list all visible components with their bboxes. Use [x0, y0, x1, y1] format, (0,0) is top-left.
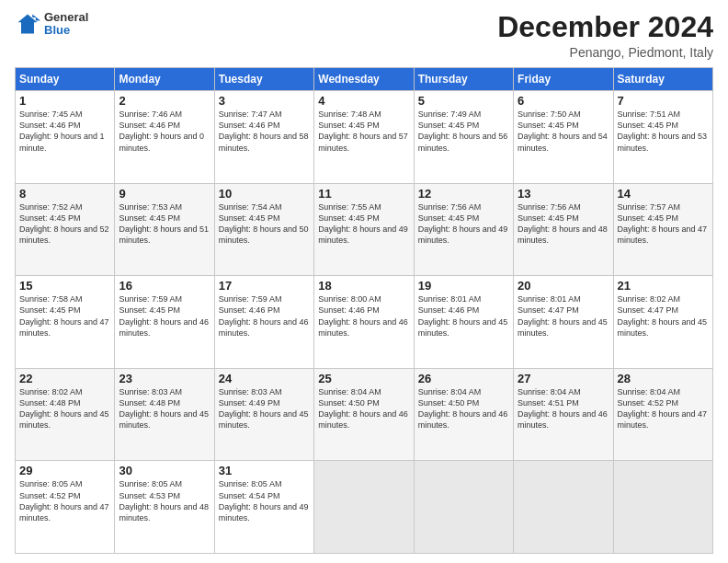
- cell-sunset: Sunset: 4:51 PM: [518, 398, 579, 408]
- day-number: 12: [418, 187, 509, 201]
- cell-sunrise: Sunrise: 8:02 AM: [618, 294, 681, 304]
- cell-sunrise: Sunrise: 7:59 AM: [219, 294, 282, 304]
- cell-sunset: Sunset: 4:53 PM: [119, 491, 180, 500]
- logo-blue-text: Blue: [44, 24, 88, 37]
- calendar-cell: [514, 461, 613, 554]
- cell-daylight: Daylight: 8 hours and 57 minutes.: [318, 132, 408, 152]
- day-number: 6: [518, 94, 609, 108]
- week-row-1: 1 Sunrise: 7:45 AM Sunset: 4:46 PM Dayli…: [16, 91, 713, 184]
- logo-general-text: General: [44, 11, 88, 24]
- cell-daylight: Daylight: 8 hours and 46 minutes.: [518, 409, 608, 430]
- cell-daylight: Daylight: 8 hours and 46 minutes.: [219, 317, 309, 338]
- calendar-cell: 13 Sunrise: 7:56 AM Sunset: 4:45 PM Dayl…: [514, 183, 613, 276]
- calendar-cell: 8 Sunrise: 7:52 AM Sunset: 4:45 PM Dayli…: [16, 183, 115, 276]
- calendar-cell: 28 Sunrise: 8:04 AM Sunset: 4:52 PM Dayl…: [613, 368, 712, 461]
- day-header-wednesday: Wednesday: [314, 68, 414, 91]
- day-number: 29: [19, 464, 110, 477]
- cell-sunrise: Sunrise: 8:03 AM: [119, 387, 182, 396]
- cell-sunset: Sunset: 4:48 PM: [19, 398, 81, 408]
- calendar-cell: 24 Sunrise: 8:03 AM Sunset: 4:49 PM Dayl…: [214, 368, 313, 461]
- day-header-thursday: Thursday: [414, 68, 513, 91]
- cell-sunrise: Sunrise: 7:54 AM: [219, 202, 282, 212]
- day-number: 13: [518, 187, 609, 201]
- day-number: 19: [418, 279, 509, 293]
- day-number: 28: [618, 372, 709, 385]
- cell-sunrise: Sunrise: 7:47 AM: [219, 109, 282, 119]
- cell-sunset: Sunset: 4:45 PM: [418, 121, 480, 130]
- cell-daylight: Daylight: 8 hours and 47 minutes.: [19, 317, 109, 338]
- cell-sunrise: Sunrise: 7:56 AM: [418, 202, 482, 212]
- cell-sunrise: Sunrise: 7:46 AM: [119, 109, 182, 119]
- cell-sunset: Sunset: 4:45 PM: [19, 213, 81, 223]
- cell-daylight: Daylight: 8 hours and 45 minutes.: [518, 317, 608, 338]
- cell-sunset: Sunset: 4:46 PM: [318, 305, 380, 315]
- calendar-cell: 5 Sunrise: 7:49 AM Sunset: 4:45 PM Dayli…: [414, 91, 513, 184]
- week-row-5: 29 Sunrise: 8:05 AM Sunset: 4:52 PM Dayl…: [16, 461, 713, 554]
- calendar-table: SundayMondayTuesdayWednesdayThursdayFrid…: [15, 67, 713, 554]
- cell-daylight: Daylight: 8 hours and 54 minutes.: [518, 132, 608, 152]
- cell-sunrise: Sunrise: 7:49 AM: [418, 109, 482, 119]
- month-title: December 2024: [497, 11, 713, 43]
- calendar-cell: 19 Sunrise: 8:01 AM Sunset: 4:46 PM Dayl…: [414, 276, 513, 369]
- days-of-week-row: SundayMondayTuesdayWednesdayThursdayFrid…: [16, 68, 713, 91]
- day-header-tuesday: Tuesday: [214, 68, 313, 91]
- cell-daylight: Daylight: 8 hours and 47 minutes.: [618, 224, 708, 245]
- cell-sunset: Sunset: 4:45 PM: [318, 213, 380, 223]
- cell-daylight: Daylight: 8 hours and 49 minutes.: [418, 224, 508, 245]
- calendar-cell: 25 Sunrise: 8:04 AM Sunset: 4:50 PM Dayl…: [314, 368, 414, 461]
- cell-sunset: Sunset: 4:54 PM: [219, 491, 280, 500]
- calendar-cell: 29 Sunrise: 8:05 AM Sunset: 4:52 PM Dayl…: [16, 461, 115, 554]
- cell-daylight: Daylight: 8 hours and 48 minutes.: [518, 224, 608, 245]
- location: Penango, Piedmont, Italy: [497, 45, 713, 60]
- cell-sunrise: Sunrise: 8:02 AM: [19, 387, 83, 396]
- cell-sunrise: Sunrise: 7:59 AM: [119, 294, 182, 304]
- day-number: 7: [618, 94, 709, 108]
- cell-sunrise: Sunrise: 7:58 AM: [19, 294, 83, 304]
- day-number: 15: [19, 279, 110, 293]
- cell-sunset: Sunset: 4:52 PM: [19, 491, 81, 500]
- cell-sunset: Sunset: 4:45 PM: [19, 305, 81, 315]
- calendar-cell: 10 Sunrise: 7:54 AM Sunset: 4:45 PM Dayl…: [214, 183, 313, 276]
- cell-sunset: Sunset: 4:45 PM: [618, 121, 679, 130]
- day-header-monday: Monday: [115, 68, 214, 91]
- cell-sunset: Sunset: 4:49 PM: [219, 398, 280, 408]
- day-number: 30: [119, 464, 210, 477]
- cell-sunrise: Sunrise: 7:50 AM: [518, 109, 581, 119]
- day-number: 26: [418, 372, 509, 385]
- day-number: 11: [318, 187, 409, 201]
- calendar-cell: 16 Sunrise: 7:59 AM Sunset: 4:45 PM Dayl…: [115, 276, 214, 369]
- cell-sunrise: Sunrise: 7:56 AM: [518, 202, 581, 212]
- calendar-cell: 11 Sunrise: 7:55 AM Sunset: 4:45 PM Dayl…: [314, 183, 414, 276]
- cell-sunset: Sunset: 4:46 PM: [219, 121, 280, 130]
- day-number: 27: [518, 372, 609, 385]
- cell-daylight: Daylight: 8 hours and 46 minutes.: [318, 409, 408, 430]
- day-number: 25: [318, 372, 409, 385]
- calendar-cell: 12 Sunrise: 7:56 AM Sunset: 4:45 PM Dayl…: [414, 183, 513, 276]
- calendar-cell: 21 Sunrise: 8:02 AM Sunset: 4:47 PM Dayl…: [613, 276, 712, 369]
- cell-sunrise: Sunrise: 7:51 AM: [618, 109, 681, 119]
- day-number: 9: [119, 187, 210, 201]
- cell-sunrise: Sunrise: 7:45 AM: [19, 109, 83, 119]
- day-number: 18: [318, 279, 409, 293]
- calendar-cell: 7 Sunrise: 7:51 AM Sunset: 4:45 PM Dayli…: [613, 91, 712, 184]
- day-number: 5: [418, 94, 509, 108]
- cell-sunrise: Sunrise: 8:04 AM: [618, 387, 681, 396]
- calendar-cell: 30 Sunrise: 8:05 AM Sunset: 4:53 PM Dayl…: [115, 461, 214, 554]
- calendar-cell: [613, 461, 712, 554]
- cell-sunset: Sunset: 4:48 PM: [119, 398, 180, 408]
- cell-daylight: Daylight: 8 hours and 46 minutes.: [318, 317, 408, 338]
- day-number: 20: [518, 279, 609, 293]
- calendar-cell: 18 Sunrise: 8:00 AM Sunset: 4:46 PM Dayl…: [314, 276, 414, 369]
- calendar-cell: 31 Sunrise: 8:05 AM Sunset: 4:54 PM Dayl…: [214, 461, 313, 554]
- cell-sunset: Sunset: 4:45 PM: [119, 305, 180, 315]
- cell-sunset: Sunset: 4:50 PM: [418, 398, 480, 408]
- cell-sunrise: Sunrise: 8:01 AM: [518, 294, 581, 304]
- calendar-cell: [414, 461, 513, 554]
- cell-daylight: Daylight: 8 hours and 56 minutes.: [418, 132, 508, 152]
- cell-daylight: Daylight: 8 hours and 53 minutes.: [618, 132, 708, 152]
- cell-sunrise: Sunrise: 8:05 AM: [119, 479, 182, 488]
- day-number: 17: [219, 279, 310, 293]
- cell-sunset: Sunset: 4:45 PM: [418, 213, 480, 223]
- calendar-cell: 2 Sunrise: 7:46 AM Sunset: 4:46 PM Dayli…: [115, 91, 214, 184]
- calendar-cell: 4 Sunrise: 7:48 AM Sunset: 4:45 PM Dayli…: [314, 91, 414, 184]
